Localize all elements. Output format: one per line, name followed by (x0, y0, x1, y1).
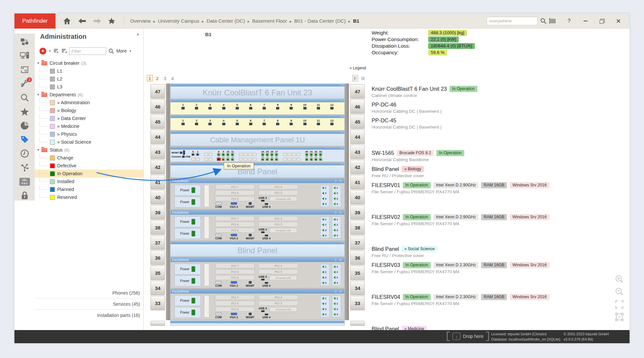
network-port[interactable]: 2 (322, 271, 328, 274)
vga-port[interactable]: VGA 2 (230, 234, 238, 240)
network-port[interactable]: 4 (322, 234, 328, 237)
lom-slot[interactable]: DinamicLOM (269, 228, 297, 233)
tree-item[interactable]: ▼ L1 (35, 67, 143, 75)
patch-port[interactable]: 4 (221, 103, 226, 109)
tree-item[interactable]: ▼ L2 (35, 75, 143, 83)
rack-device-server[interactable]: FILESRV02 F R Power Power (170, 210, 345, 241)
power-supply[interactable]: Power (174, 228, 201, 239)
home-button[interactable] (63, 17, 71, 25)
front-tab[interactable]: F (352, 75, 358, 82)
help-button[interactable]: ? (566, 18, 572, 24)
add-dropdown-caret-icon[interactable]: ▼ (49, 50, 51, 53)
add-button[interactable]: + (39, 48, 46, 55)
switch-port[interactable]: 24 28 (261, 150, 265, 161)
usb4-port[interactable]: USB 4 (262, 203, 270, 208)
switch-port[interactable] (248, 150, 252, 161)
rack-device-switch[interactable]: MGMT ConsoleUSB 0 (170, 147, 345, 162)
lom-slot[interactable]: DinamicLOM (269, 197, 297, 201)
tree-item[interactable]: ▼ » Medicine (35, 122, 143, 130)
filter-search-button[interactable] (108, 48, 114, 54)
tree-item[interactable]: ▼ » Data Center (35, 114, 143, 122)
pci-slot[interactable]: PCI 5 (215, 307, 255, 312)
network-port[interactable]: 2 (322, 223, 328, 226)
device-entry[interactable]: PP-DC-46 Horizontal Cabling DC | Basemen… (372, 102, 610, 114)
search-module-button[interactable] (19, 93, 31, 103)
rack-device-patch-panel-46[interactable]: 1 2 3 4 (170, 100, 345, 115)
pci-slot[interactable]: PCI 6 (215, 222, 255, 227)
device-entry[interactable]: Knürr CoolBlastT 6 Fan Unit 23 In Operat… (372, 86, 610, 98)
tree-item[interactable]: ▼ » Biology (35, 107, 143, 114)
pci-slot[interactable]: PCI 5 (215, 275, 255, 280)
rack-device-fan-unit[interactable]: Knürr CoolBlastT 6 Fan Unit 23 (170, 84, 345, 99)
tree-item[interactable]: ▼ Departments (6) (35, 91, 143, 99)
patch-port[interactable]: 4 (221, 119, 226, 125)
ip-module-button[interactable]: 192.0.0.1 (19, 177, 31, 187)
tree-expand-icon[interactable]: ▼ (37, 61, 40, 65)
usb4-port[interactable]: USB 4 (262, 314, 270, 319)
security-module-button[interactable] (19, 191, 31, 201)
patch-port[interactable]: 5 (235, 103, 240, 109)
label-tool-button[interactable]: A (614, 312, 624, 322)
network-port[interactable]: 1 (334, 218, 339, 221)
pci-slot[interactable]: PCI 3 (259, 222, 298, 227)
switch-port[interactable] (204, 150, 208, 161)
expand-all-button[interactable] (54, 49, 59, 53)
rear-tab[interactable]: R (360, 75, 366, 82)
history-module-button[interactable] (19, 149, 31, 159)
patch-port[interactable]: 7 (262, 103, 267, 109)
switch-port[interactable]: 26 30 (270, 150, 274, 161)
usb3-port[interactable]: USB 3 (259, 196, 267, 202)
network-port[interactable]: 4 (334, 313, 339, 316)
footer-category-row[interactable]: Phones (256) (35, 287, 143, 298)
tree-item[interactable]: ▼ Change (35, 154, 143, 162)
network-port[interactable]: 1 (322, 297, 328, 300)
power-supply[interactable]: Power (174, 307, 201, 318)
favorites-module-button[interactable] (19, 107, 31, 117)
rack-device-server[interactable]: FILESRV03 F R Power Power (170, 257, 345, 288)
tree-item[interactable]: ▼ » Administration (35, 99, 143, 107)
pci-slot[interactable]: PCI 4 (259, 216, 298, 221)
switch-port[interactable] (292, 150, 296, 161)
minimize-button[interactable] (582, 18, 589, 24)
restore-button[interactable] (599, 18, 605, 24)
switch-port[interactable]: 41 45 (309, 150, 313, 161)
tree-item[interactable]: ▼ Status (6) (35, 146, 143, 154)
network-port[interactable]: 3 (334, 308, 339, 311)
switch-port[interactable]: 27 31 (274, 150, 279, 161)
patch-port[interactable]: 7 (262, 119, 267, 125)
switch-port[interactable]: 25 29 (265, 150, 269, 161)
switch-port[interactable] (208, 150, 213, 161)
tree-item[interactable]: ▼ » Physics (35, 130, 143, 138)
switch-port[interactable]: 0 (191, 150, 195, 161)
vga-port[interactable]: VGA 2 (230, 202, 238, 208)
patch-port[interactable]: 8 (275, 119, 280, 125)
usb3-port[interactable]: USB 3 (259, 228, 267, 233)
patch-port[interactable]: 2 (194, 103, 199, 109)
patch-port[interactable]: 9 (288, 103, 294, 109)
rack-device-cable-management[interactable]: Cable Management Panel 1U (170, 131, 345, 146)
switch-port[interactable]: 8 12 (217, 150, 221, 161)
connections-module-button[interactable] (19, 163, 31, 173)
breadcrumb-item[interactable]: Basement Floor (252, 18, 292, 24)
pci-slot[interactable]: PCI 6 (215, 269, 255, 274)
zoom-out-button[interactable] (614, 287, 624, 297)
vga-port[interactable]: VGA 2 (230, 313, 238, 319)
network-port[interactable]: 2 (322, 192, 328, 195)
rack-view-tab[interactable]: 4 (170, 75, 175, 82)
breadcrumb-item[interactable]: B1 (353, 18, 359, 24)
patch-port[interactable]: 1 (180, 119, 186, 125)
lom-slot[interactable]: DinamicLOM (269, 307, 297, 312)
device-entry[interactable]: FILESRV02 In OperationIntel Xeon D 2.90G… (372, 214, 610, 226)
pci-slot[interactable]: PCI 7 (215, 216, 255, 221)
power-supply[interactable]: Power (174, 264, 201, 274)
device-entry[interactable]: PP-DC-45 Horizontal Cabling DC | Basemen… (372, 117, 610, 130)
lom-slot[interactable]: DinamicLOM (269, 275, 297, 280)
forward-button[interactable] (93, 17, 102, 25)
drop-target[interactable]: ↓ Drop here (447, 332, 489, 341)
mgmt-port[interactable]: MGMT (246, 313, 254, 319)
mgmt-port[interactable]: MGMT (246, 281, 254, 287)
power-supply[interactable]: Power (174, 185, 201, 196)
network-port[interactable]: 1 (334, 265, 339, 268)
switch-port[interactable] (283, 150, 287, 161)
network-port[interactable]: 2 (334, 271, 339, 274)
